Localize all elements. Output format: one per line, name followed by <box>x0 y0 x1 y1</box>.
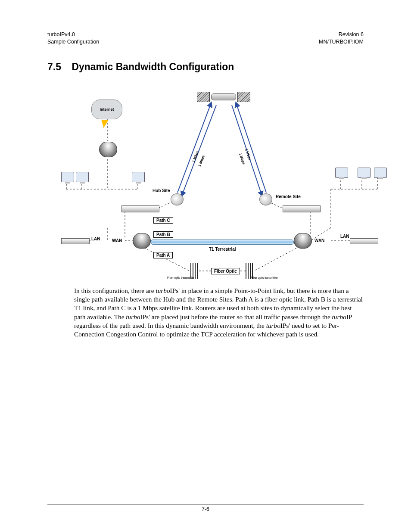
t1-link-icon <box>151 240 294 245</box>
internet-cloud-icon: Internet <box>91 100 122 119</box>
workstation-icon <box>374 168 387 178</box>
path-b-label: Path B <box>153 231 173 238</box>
lightning-icon <box>100 120 108 128</box>
para-em: turbo <box>156 287 170 294</box>
remote-site-label: Remote Site <box>276 194 301 199</box>
para-em: turbo <box>126 313 140 320</box>
router-icon <box>133 233 151 249</box>
turboip-device-icon <box>61 238 90 244</box>
section-heading: 7.5 Dynamic Bandwidth Configuration <box>47 61 364 73</box>
path-c-label: Path C <box>153 217 173 224</box>
path-a-label: Path A <box>153 252 173 258</box>
turboip-device-icon <box>350 238 378 244</box>
t1-terrestrial-label: T1 Terrestrial <box>209 247 236 252</box>
fiber-optic-label: Fiber Optic <box>211 268 240 274</box>
header-right-line2: MN/TURBOIP.IOM <box>319 39 364 45</box>
network-diagram: Internet Hub Site Remote Site <box>65 77 379 284</box>
wan-label-right: WAN <box>314 238 324 243</box>
page-number: 7-6 <box>0 506 411 512</box>
svg-line-25 <box>236 103 266 193</box>
router-icon <box>99 142 117 157</box>
satellite-dish-icon <box>259 193 272 205</box>
satellite-icon <box>211 93 236 100</box>
svg-line-21 <box>254 246 299 271</box>
header-right-line1: Revision 6 <box>339 31 364 37</box>
router-icon <box>294 233 312 249</box>
body-paragraph: In this configuration, there are turboIP… <box>74 286 364 339</box>
hub-site-label: Hub Site <box>153 188 170 193</box>
modem-rack-icon <box>121 205 159 212</box>
lan-label-right: LAN <box>340 234 349 239</box>
fiber-tx-left-label: Fiber optic transmitter <box>167 276 194 279</box>
fiber-tx-right-label: Fiber optic transmitter <box>251 276 278 279</box>
lan-label-left: LAN <box>91 236 100 241</box>
page-header: turboIPv4.0 Sample Configuration Revisio… <box>47 31 364 46</box>
workstation-icon <box>358 168 371 178</box>
workstation-icon <box>132 172 145 182</box>
svg-line-23 <box>177 103 211 193</box>
internet-label: Internet <box>92 100 122 119</box>
section-title-text: Dynamic Bandwidth Configuration <box>72 61 234 72</box>
header-left-line1: turboIPv4.0 <box>47 31 75 37</box>
footer-rule <box>47 504 364 504</box>
header-left-line2: Sample Configuration <box>47 39 99 45</box>
svg-line-20 <box>141 246 190 271</box>
para-text: In this configuration, there are <box>74 287 156 294</box>
satellite-dish-icon <box>171 193 184 205</box>
para-em: turbo <box>332 313 346 320</box>
svg-line-24 <box>182 105 216 196</box>
workstation-icon <box>335 168 348 178</box>
workstation-icon <box>76 172 89 182</box>
para-text: IPs' are placed just before the router s… <box>140 313 332 320</box>
workstation-icon <box>61 172 74 182</box>
modem-rack-icon <box>283 205 321 212</box>
para-em: turbo <box>266 322 280 329</box>
wan-label-left: WAN <box>112 238 122 243</box>
section-number: 7.5 <box>47 61 61 72</box>
